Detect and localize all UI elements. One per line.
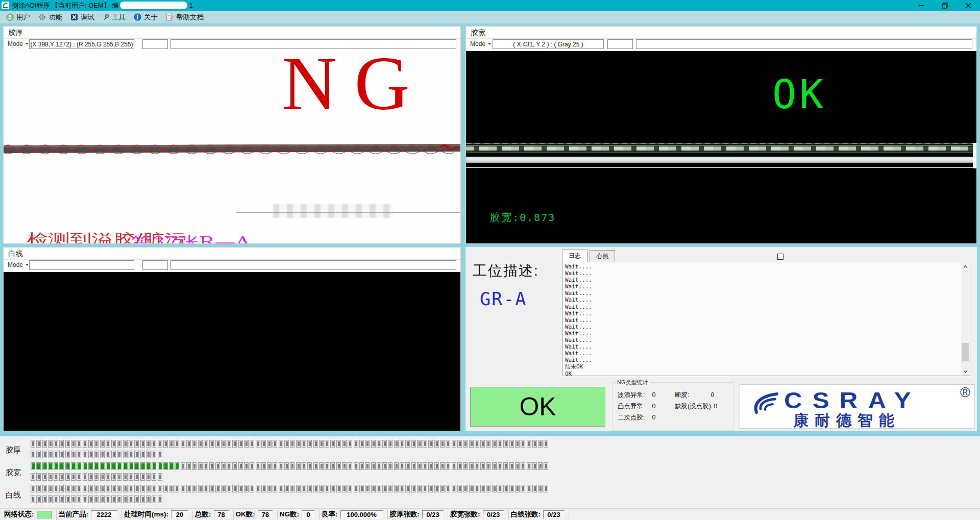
log-scrollbar[interactable]: [961, 262, 970, 376]
indicator-cell: [88, 496, 93, 503]
stat-bump-anomaly: 凸点异常:0: [618, 402, 655, 411]
indicator-cell: [152, 451, 156, 458]
indicator-cell: [140, 485, 145, 492]
indicator-cell: [475, 440, 479, 448]
indicator-cell: [94, 485, 99, 492]
csray-swoosh-icon: [748, 392, 780, 417]
indicator-row: [31, 473, 162, 481]
indicator-cell: [100, 440, 105, 448]
log-checkbox[interactable]: [777, 254, 783, 260]
image-viewport-glue-width[interactable]: OK 胶宽:0.873: [466, 51, 976, 243]
indicator-cell: [129, 496, 133, 503]
chevron-down-icon: [26, 43, 29, 45]
toolbar-status-box: [636, 39, 972, 49]
indicator-cell-ok: [36, 462, 41, 470]
menu-item-tools[interactable]: 工具: [100, 11, 131, 23]
indicator-cell-ok: [65, 462, 70, 470]
indicator-cell: [400, 440, 404, 448]
indicator-cell: [59, 485, 64, 492]
indicator-cell: [158, 440, 162, 448]
panel-title-white-line: 白线: [4, 247, 460, 260]
indicator-cell: [59, 451, 64, 458]
scrollbar-thumb[interactable]: [962, 343, 969, 361]
indicator-cell: [88, 485, 93, 492]
mode-dropdown[interactable]: Mode: [470, 40, 491, 47]
indicator-cell: [134, 485, 139, 492]
indicator-cell: [31, 473, 35, 481]
overall-result-button[interactable]: OK: [470, 387, 605, 427]
menu-item-function[interactable]: 功能: [35, 11, 67, 23]
indicator-cell: [492, 485, 497, 492]
indicator-cell: [515, 462, 520, 470]
indicator-cell: [77, 440, 81, 448]
indicator-cell-ok: [94, 462, 99, 470]
indicator-cell: [463, 485, 468, 492]
menu-item-help[interactable]: 帮助文档: [163, 11, 209, 23]
indicator-cell: [486, 440, 491, 448]
stat-wave-anomaly: 波浪异常:0: [618, 391, 655, 400]
restore-button[interactable]: [933, 0, 957, 11]
close-button[interactable]: [957, 0, 980, 11]
indicator-cell: [452, 462, 456, 470]
log-line: OK: [565, 370, 970, 377]
indicator-cell: [48, 440, 53, 448]
indicator-cell: [88, 451, 93, 458]
menu-item-about[interactable]: 关于: [131, 11, 163, 23]
status-network: 网络状态:: [2, 510, 57, 519]
indicator-cell: [503, 485, 508, 492]
mode-dropdown[interactable]: Mode: [8, 40, 29, 47]
indicator-cell-ok: [129, 462, 133, 470]
brand-subtitle: 康耐德智能: [793, 410, 900, 431]
indicator-cell: [400, 462, 404, 470]
indicator-cell: [486, 462, 491, 470]
log-output[interactable]: Wait....Wait....Wait....Wait....Wait....…: [562, 262, 970, 376]
scroll-down-button[interactable]: [961, 367, 970, 376]
indicator-cell: [475, 485, 479, 492]
minimize-button[interactable]: [910, 0, 933, 11]
menu-item-debug[interactable]: 调试: [67, 11, 100, 23]
indicator-cell: [325, 440, 329, 448]
indicator-cell: [129, 440, 133, 448]
indicator-cell-ok: [152, 462, 156, 470]
indicator-cell: [250, 440, 254, 448]
indicator-cell: [405, 440, 410, 448]
indicator-cell: [209, 462, 214, 470]
indicator-cell: [371, 462, 376, 470]
help-doc-icon: [166, 13, 174, 21]
indicator-cell-ok: [54, 462, 58, 470]
indicator-cell: [256, 440, 260, 448]
indicator-cell: [152, 485, 156, 492]
indicator-cell: [394, 485, 399, 492]
toolbar-small-box: [142, 260, 168, 270]
indicator-cell-ok: [106, 462, 110, 470]
chevron-down-icon: [26, 264, 29, 266]
close-icon: [965, 3, 971, 9]
indicator-group-glue-width: 胶宽: [0, 462, 980, 484]
image-viewport-white-line[interactable]: [4, 272, 460, 431]
indicator-cell: [59, 496, 64, 503]
indicator-cell: [106, 440, 110, 448]
indicator-cell: [457, 440, 462, 448]
indicator-cell: [94, 473, 99, 481]
scroll-up-button[interactable]: [961, 262, 970, 271]
image-viewport-glue-thickness[interactable]: NG 检测到溢胶/脏污 溢胶最小面积:2538 溢胶最大面积:2538 第37张…: [4, 51, 460, 243]
indicator-cell: [158, 496, 162, 503]
menu-item-user[interactable]: 用户: [3, 11, 35, 23]
indicator-cell: [411, 462, 416, 470]
tab-heartbeat[interactable]: 心跳: [590, 250, 615, 262]
indicator-cell-ok: [83, 462, 87, 470]
indicator-cell: [290, 485, 295, 492]
indicator-cell: [36, 485, 41, 492]
indicator-cell: [163, 440, 168, 448]
indicator-cell: [382, 485, 387, 492]
indicator-cell: [417, 462, 422, 470]
indicator-cell: [158, 451, 162, 458]
mode-dropdown[interactable]: Mode: [8, 261, 29, 268]
indicator-cell: [48, 473, 53, 481]
tab-log[interactable]: 日志: [562, 250, 587, 262]
indicator-cell: [146, 440, 151, 448]
indicator-cell: [100, 485, 105, 492]
indicator-cell: [175, 485, 179, 492]
indicator-cell: [65, 473, 70, 481]
indicator-cell: [330, 440, 335, 448]
